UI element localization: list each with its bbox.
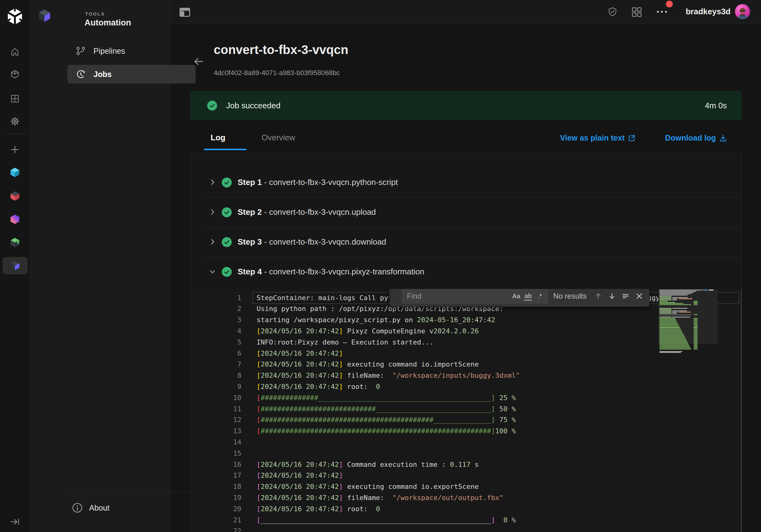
minimap[interactable] — [658, 289, 718, 532]
more-menu-icon[interactable] — [656, 10, 669, 14]
step-success-icon — [221, 267, 232, 277]
find-results-count: No results — [553, 292, 587, 300]
active-tab-underline — [204, 149, 247, 150]
status-text: Job succeeded — [226, 101, 280, 111]
log-line: 18[2024/05/16 20:47:42] executing comman… — [191, 481, 479, 492]
status-banner: Job succeeded 4m 0s — [190, 91, 742, 121]
sidebar-item-pipelines[interactable]: Pipelines — [67, 42, 196, 60]
editor-scrollbar[interactable] — [741, 289, 741, 532]
chevron-right-icon — [208, 178, 216, 186]
notification-dot — [666, 1, 673, 7]
left-rail — [0, 0, 30, 532]
log-line: 19[2024/05/16 20:47:42] fileName: "/work… — [191, 492, 503, 503]
add-app-button[interactable] — [10, 144, 20, 155]
avatar[interactable] — [735, 4, 750, 19]
job-id: 4dc0f402-8a89-4071-a983-b03f958068bc — [214, 69, 340, 77]
assets-cube-icon[interactable] — [10, 69, 20, 80]
log-line: 7[2024/05/16 20:47:42] executing command… — [191, 359, 479, 370]
info-icon — [72, 502, 83, 513]
shield-check-icon[interactable] — [608, 7, 617, 17]
match-case-toggle[interactable]: Aa — [510, 290, 522, 302]
step-label: Step 3 - convert-to-fbx-3-vvqcn.download — [238, 237, 386, 247]
find-close-icon[interactable] — [635, 292, 644, 301]
topbar: bradkeys3d — [170, 0, 761, 24]
chevron-right-icon — [208, 238, 216, 246]
step-label: Step 2 - convert-to-fbx-3-vvqcn.upload — [238, 207, 376, 217]
log-line: 8[2024/05/16 20:47:42] fileName: "/works… — [191, 370, 520, 381]
log-line: 17[2024/05/16 20:47:42] — [191, 470, 343, 481]
log-editor[interactable]: 1StepContainer: main-logs Call python wi… — [191, 289, 741, 532]
app-rainbow-hex-icon[interactable] — [10, 214, 20, 224]
username[interactable]: bradkeys3d — [685, 7, 731, 17]
step-header[interactable]: Step 4 - convert-to-fbx-3-vvqcn.pixyz-tr… — [191, 257, 741, 287]
pipelines-icon — [76, 46, 86, 56]
chevron-right-icon — [208, 208, 216, 216]
external-link-icon — [628, 134, 636, 142]
download-log-label: Download log — [665, 133, 716, 142]
step-success-icon — [221, 207, 232, 218]
find-widget: Aa ab .* No results — [389, 289, 650, 307]
app-sidebar: TOOLS Automation Pipelines Jobs About — [30, 0, 170, 532]
log-line: 3starting /workspace/pixyz_script.py on … — [191, 314, 495, 326]
apps-grid-icon[interactable] — [631, 7, 642, 17]
view-plain-text-link[interactable]: View as plain text — [560, 133, 636, 142]
regex-toggle[interactable]: .* — [534, 290, 546, 302]
chevron-down-icon — [208, 268, 216, 276]
about-label: About — [89, 504, 109, 512]
log-line: 15 — [191, 448, 257, 459]
step-header[interactable]: Step 1 - convert-to-fbx-3-vvqcn.python-s… — [191, 168, 741, 197]
step-label: Step 1 - convert-to-fbx-3-vvqcn.python-s… — [238, 178, 398, 187]
automation-app-icon — [37, 9, 51, 22]
whole-word-toggle[interactable]: ab — [522, 290, 534, 302]
find-previous-icon[interactable] — [594, 292, 603, 301]
find-next-icon[interactable] — [607, 292, 616, 301]
log-line: 9[2024/05/16 20:47:42] root: 0 — [191, 381, 380, 392]
log-line: 13[#####################################… — [191, 426, 516, 437]
download-log-link[interactable]: Download log — [665, 133, 727, 142]
collapse-rail-icon[interactable] — [10, 516, 20, 527]
log-line: 10[##############_______________________… — [191, 392, 516, 403]
app-automation-cube-icon[interactable] — [10, 260, 20, 271]
success-check-icon — [207, 100, 217, 111]
sidebar-item-jobs[interactable]: Jobs — [67, 65, 196, 83]
step-header[interactable]: Step 2 - convert-to-fbx-3-vvqcn.upload — [191, 198, 741, 227]
rail-divider — [4, 134, 27, 134]
tab-overview[interactable]: Overview — [262, 133, 295, 142]
log-line: 21[_____________________________________… — [191, 514, 516, 525]
log-line: 14 — [191, 436, 257, 448]
log-line: 5INFO:root:Pixyz demo – Execution starte… — [191, 337, 434, 347]
app-teal-cube-icon[interactable] — [10, 167, 20, 178]
log-line: 11[############################_________… — [191, 403, 516, 414]
tab-log[interactable]: Log — [210, 133, 225, 142]
log-line: 16[2024/05/16 20:47:42] Command executio… — [191, 459, 479, 470]
page-title: convert-to-fbx-3-vvqcn — [214, 43, 348, 57]
find-input-wrap: Aa ab .* — [402, 289, 548, 304]
sidebar-item-about[interactable]: About — [72, 502, 109, 513]
step-success-icon — [221, 177, 232, 188]
log-line: 4[2024/05/16 20:47:42] Pixyz ComputeEngi… — [191, 325, 479, 337]
regex-label: .* — [538, 293, 542, 300]
log-panel: Step 1 - convert-to-fbx-3-vvqcn.python-s… — [191, 153, 742, 532]
unity-logo[interactable] — [5, 7, 25, 26]
log-line: 12[#####################################… — [191, 414, 516, 426]
job-duration: 4m 0s — [705, 101, 727, 111]
match-case-label: Aa — [512, 293, 520, 300]
log-line: 22 — [191, 525, 257, 532]
find-in-selection-icon[interactable] — [621, 292, 630, 301]
home-icon[interactable] — [10, 47, 20, 57]
app-green-cube-icon[interactable] — [10, 237, 20, 248]
find-input[interactable] — [407, 292, 510, 300]
step-header[interactable]: Step 3 - convert-to-fbx-3-vvqcn.download — [191, 228, 741, 257]
settings-gear-icon[interactable] — [10, 116, 20, 127]
panel-toggle-icon[interactable] — [180, 8, 190, 17]
app-title: Automation — [85, 18, 131, 27]
dashboard-grid-icon[interactable] — [10, 93, 20, 104]
log-line: 20[2024/05/16 20:47:42] root: 0 — [191, 503, 380, 514]
download-icon — [719, 134, 727, 142]
whole-word-label: ab — [524, 292, 532, 300]
jobs-clock-icon — [76, 69, 86, 80]
step-label: Step 4 - convert-to-fbx-3-vvqcn.pixyz-tr… — [238, 267, 424, 277]
app-red-cube-icon[interactable] — [10, 190, 20, 201]
step-success-icon — [221, 237, 232, 247]
sidebar-item-label: Pipelines — [93, 47, 125, 56]
